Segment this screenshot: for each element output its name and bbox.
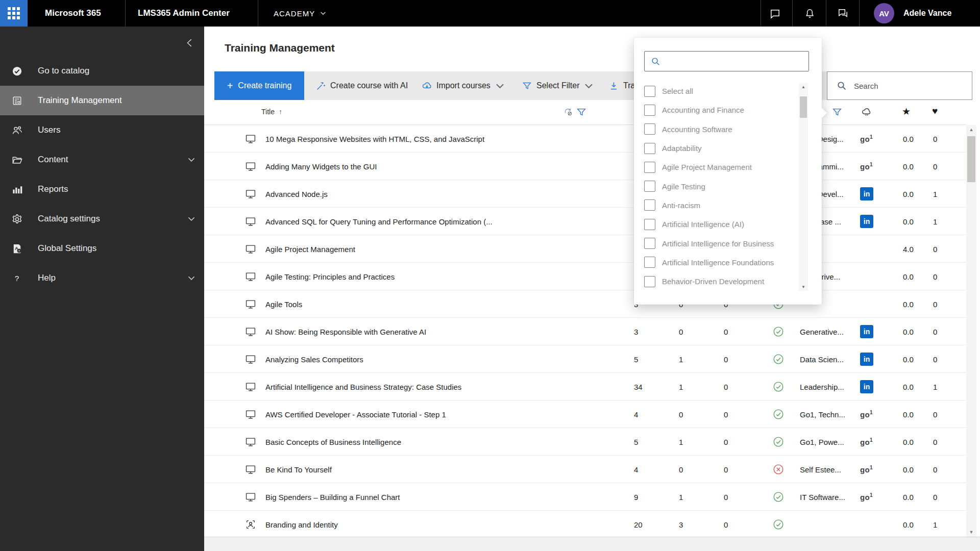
training-title[interactable]: Artificial Intelligence and Business Str… [265, 373, 623, 400]
scroll-up-arrow[interactable]: ▲ [799, 83, 808, 91]
table-row[interactable]: Agile Tools 3 0 0 0.0 0 [204, 290, 966, 318]
filter-option[interactable]: Adaptability [644, 139, 797, 158]
scroll-down-arrow[interactable]: ▼ [799, 283, 808, 291]
filter-option[interactable]: Select all [644, 82, 797, 101]
filter-option[interactable]: Agile Testing [644, 177, 797, 195]
training-title[interactable]: Advanced Node.js [265, 180, 623, 208]
tenant-dropdown[interactable]: ACADEMY [274, 0, 327, 27]
training-title[interactable]: Basic Concepts of Business Intelligence [265, 428, 623, 456]
filter-search-input[interactable] [666, 52, 808, 71]
checkbox[interactable] [644, 143, 655, 154]
sidebar-item-content[interactable]: Content [0, 145, 204, 174]
table-row[interactable]: 10 Mega Responsive Websites with HTML, C… [204, 125, 966, 153]
checkbox[interactable] [644, 105, 655, 116]
app-launcher-button[interactable] [0, 0, 28, 27]
checkbox[interactable] [644, 199, 655, 211]
sidebar-item-help[interactable]: ? Help [0, 263, 204, 293]
checkbox[interactable] [644, 219, 655, 230]
filter-option[interactable]: Accounting Software [644, 120, 797, 139]
table-row[interactable]: Big Spenders – Building a Funnel Chart 9… [204, 483, 966, 511]
checkbox[interactable] [644, 276, 655, 287]
table-row[interactable]: Agile Project Management 4.0 0 [204, 235, 966, 263]
training-title[interactable]: Branding and Identity [265, 511, 623, 538]
chat-button[interactable] [763, 0, 787, 27]
notifications-button[interactable] [798, 0, 821, 27]
checkbox[interactable] [644, 238, 655, 249]
table-row[interactable]: Branding and Identity 20 3 0 0.0 1 [204, 511, 966, 538]
sidebar-item-reports[interactable]: Reports [0, 174, 204, 204]
training-title[interactable]: Analyzing Sales Competitors [265, 345, 623, 373]
sidebar-item-global-settings[interactable]: A Global Settings [0, 234, 204, 263]
training-title[interactable]: Big Spenders – Building a Funnel Chart [265, 483, 623, 511]
checkbox[interactable] [644, 86, 655, 97]
user-name[interactable]: Adele Vance [903, 0, 951, 27]
table-row[interactable]: Basic Concepts of Business Intelligence … [204, 428, 966, 456]
feedback-button[interactable] [831, 0, 854, 27]
main-content: Training Management + Create training Cr… [204, 27, 980, 551]
sidebar-item-catalog-settings[interactable]: Catalog settings [0, 204, 204, 234]
sync-disabled-icon[interactable] [562, 107, 574, 118]
create-training-button[interactable]: + Create training [214, 71, 304, 100]
categories-filter-funnel-icon[interactable] [831, 107, 843, 118]
column-header-rating-star-icon[interactable]: ★ [902, 106, 913, 117]
filter-list-scrollbar[interactable]: ▲ ▼ [799, 83, 808, 291]
select-filter-dropdown[interactable]: Select Filter [522, 71, 594, 100]
filter-option[interactable]: Artificial Intelligence Foundations [644, 253, 797, 272]
table-row[interactable]: AI Show: Being Responsible with Generati… [204, 318, 966, 345]
training-title[interactable]: Agile Tools [265, 290, 623, 318]
table-row[interactable]: Agile Testing: Principles and Practices … [204, 263, 966, 290]
table-search[interactable] [827, 71, 972, 100]
checkbox[interactable] [644, 181, 655, 192]
column-header-likes-heart-icon[interactable]: ♥ [932, 106, 943, 117]
sidebar-collapse-button[interactable] [183, 36, 197, 50]
title-filter-funnel-icon[interactable] [576, 107, 587, 118]
table-row[interactable]: AWS Certified Developer - Associate Tuto… [204, 400, 966, 428]
training-title[interactable]: Be Kind To Yourself [265, 456, 623, 483]
scroll-up-arrow[interactable]: ▲ [966, 125, 976, 134]
checkbox[interactable] [644, 257, 655, 268]
filter-option[interactable]: Artificial Intelligence (AI) [644, 215, 797, 234]
scrollbar-thumb[interactable] [800, 96, 807, 118]
column-header-source-cloud-icon[interactable] [861, 107, 872, 118]
import-courses-dropdown[interactable]: Import courses [422, 71, 505, 100]
scrollbar-thumb[interactable] [967, 136, 975, 182]
likes-count: 0 [933, 428, 953, 456]
training-title[interactable]: AI Show: Being Responsible with Generati… [265, 318, 623, 345]
training-title[interactable]: Adding Many Widgets to the GUI [265, 153, 623, 180]
create-course-ai-button[interactable]: Create course with AI [315, 71, 408, 100]
sidebar-item-go-to-catalog[interactable]: Go to catalog [0, 56, 204, 86]
filter-option[interactable]: Artificial Intelligence for Business [644, 234, 797, 253]
table-row[interactable]: Be Kind To Yourself 4 0 0 Self Estee... … [204, 456, 966, 483]
filter-option[interactable]: Anti-racism [644, 196, 797, 215]
filter-option[interactable]: Agile Project Management [644, 158, 797, 177]
column-header-title[interactable]: Title ↑ [261, 108, 282, 116]
training-title[interactable]: Agile Testing: Principles and Practices [265, 263, 623, 290]
table-row[interactable]: Artificial Intelligence and Business Str… [204, 373, 966, 400]
training-title[interactable]: 10 Mega Responsive Websites with HTML, C… [265, 125, 623, 153]
horizontal-scrollbar[interactable] [204, 537, 980, 551]
vertical-scrollbar[interactable]: ▲ ▼ [966, 125, 976, 537]
training-title[interactable]: AWS Certified Developer - Associate Tuto… [265, 400, 623, 428]
export-action-button[interactable]: Tra [608, 71, 635, 100]
checkbox[interactable] [644, 123, 655, 135]
rating-value: 0.0 [903, 318, 925, 345]
avatar[interactable]: AV [874, 3, 894, 23]
filter-search-box[interactable] [644, 51, 809, 71]
brand-microsoft365[interactable]: Microsoft 365 [45, 0, 101, 27]
sidebar-item-users[interactable]: Users [0, 115, 204, 145]
sidebar-item-training-management[interactable]: Training Management [0, 86, 204, 115]
training-title[interactable]: Advanced SQL for Query Tuning and Perfor… [265, 208, 623, 235]
table-row[interactable]: Adding Many Widgets to the GUI Programmi… [204, 153, 966, 180]
scroll-down-arrow[interactable]: ▼ [966, 528, 976, 537]
likes-count: 1 [933, 511, 953, 538]
filter-option[interactable]: Accounting and Finance [644, 101, 797, 119]
table-row[interactable]: Analyzing Sales Competitors 5 1 0 Data S… [204, 345, 966, 373]
table-row[interactable]: Advanced SQL for Query Tuning and Perfor… [204, 208, 966, 235]
checkbox[interactable] [644, 162, 655, 173]
table-row[interactable]: Advanced Node.js Web Devel... in 0.0 1 [204, 180, 966, 208]
filter-option[interactable]: Behavior-Driven Development [644, 272, 797, 291]
training-title[interactable]: Agile Project Management [265, 235, 623, 263]
search-input[interactable] [854, 82, 956, 90]
count-3: 0 [724, 511, 754, 538]
brand-admin-center[interactable]: LMS365 Admin Center [138, 0, 230, 27]
